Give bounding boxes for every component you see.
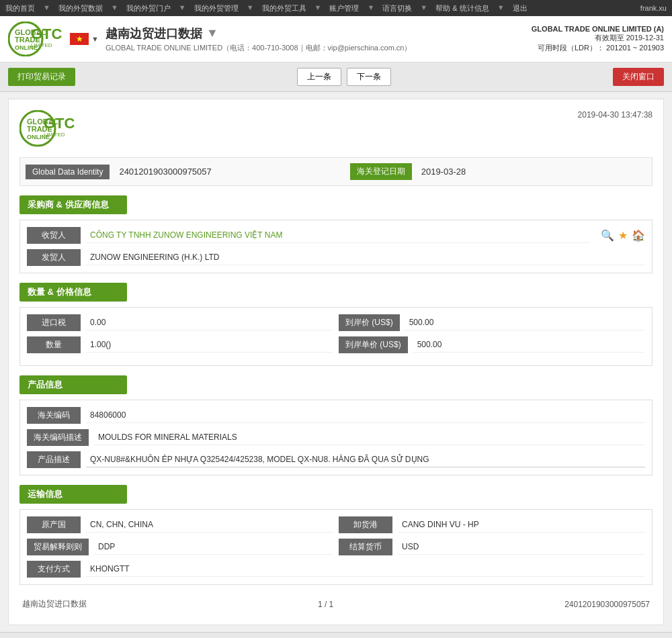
dest-port-value: CANG DINH VU - HP — [398, 517, 645, 533]
transport-section: 运输信息 原产国 CN, CHN, CHINA 卸货港 CANG DINH VU… — [19, 485, 653, 585]
product-section: 产品信息 海关编码 84806000 海关编码描述 MOULDS FOR MIN… — [19, 375, 653, 475]
next-button[interactable]: 下一条 — [347, 68, 391, 86]
prev-button[interactable]: 上一条 — [297, 68, 341, 86]
header-right: GLOBAL TRADE ONLINE LIMITED (A) 有效期至 201… — [532, 25, 664, 53]
star-icon[interactable]: ★ — [618, 229, 628, 242]
nav-portal[interactable]: 我的外贸门户 — [126, 3, 171, 13]
buyer-icons: 🔍 ★ 🏠 — [601, 229, 645, 242]
global-id-row: Global Data Identity 2401201903000975057… — [19, 157, 653, 186]
flag-selector[interactable]: ▼ — [70, 33, 99, 45]
unit-price-col: 到岸单价 (US$) 500.00 — [339, 336, 645, 353]
buyer-row: 收贸人 CÔNG TY TNHH ZUNOW ENGINEERING VIỆT … — [27, 227, 645, 244]
toolbar-left: 打印贸易记录 — [8, 68, 75, 86]
terms-currency-row: 贸易解释则则 DDP 结算货币 USD — [27, 539, 645, 555]
hs-desc-label: 海关编码描述 — [27, 429, 89, 446]
hs-code-value: 84806000 — [86, 408, 645, 423]
record-source: 越南边贸进口数据 — [22, 598, 87, 610]
origin-label: 原产国 — [27, 516, 81, 533]
unit-price-value: 500.00 — [413, 337, 645, 353]
product-desc-value: QX-NU8#&KHUÔN ÉP NHỰA Q325424/425238, MO… — [86, 452, 645, 467]
buyer-supplier-header: 采购商 & 供应商信息 — [19, 195, 127, 214]
svg-text:LIMITED: LIMITED — [44, 132, 65, 138]
vietnam-flag — [70, 33, 89, 45]
page-title: 越南边贸进口数据 ▼ — [106, 26, 412, 42]
global-id-label: Global Data Identity — [26, 165, 110, 179]
seller-row: 发贸人 ZUNOW ENGINEERING (H.K.) LTD — [27, 249, 645, 266]
toolbar-right: 关闭窗口 — [613, 68, 664, 86]
flag-dropdown-arrow[interactable]: ▼ — [91, 35, 99, 43]
payment-value: KHONGTT — [86, 561, 645, 577]
arrival-price-label: 到岸价 (US$) — [339, 314, 400, 331]
hs-code-row: 海关编码 84806000 — [27, 407, 645, 424]
quantity-label: 数量 — [27, 336, 81, 353]
title-dropdown-arrow[interactable]: ▼ — [206, 26, 218, 40]
dest-port-col: 卸货港 CANG DINH VU - HP — [339, 516, 645, 533]
record-logo: GLOBAL TRADE ONLINE GTC LIMITED — [19, 110, 81, 149]
page-title-area: 越南边贸进口数据 ▼ GLOBAL TRADE ONLINE LIMITED（电… — [106, 26, 412, 53]
product-header: 产品信息 — [19, 375, 127, 394]
payment-row: 支付方式 KHONGTT — [27, 561, 645, 578]
ldr-info: 可用时段（LDR）： 201201 ~ 201903 — [532, 43, 664, 53]
nav-tools[interactable]: 我的外贸工具 — [262, 3, 306, 13]
product-desc-label: 产品描述 — [27, 451, 81, 468]
unit-price-label: 到岸单价 (US$) — [339, 336, 408, 353]
seller-label: 发贸人 — [27, 249, 81, 266]
hs-desc-value: MOULDS FOR MINERAL MATERIALS — [94, 430, 645, 445]
trade-terms-label: 贸易解释则则 — [27, 539, 89, 555]
home-icon[interactable]: 🏠 — [632, 229, 645, 242]
origin-col: 原产国 CN, CHN, CHINA — [27, 516, 333, 533]
company-name: GLOBAL TRADE ONLINE LIMITED (A) — [532, 25, 664, 33]
nav-account[interactable]: 账户管理 — [329, 3, 359, 13]
quantity-value: 1.00() — [86, 337, 333, 353]
global-id-value: 2401201903000975057 — [115, 164, 344, 179]
print-button[interactable]: 打印贸易记录 — [8, 68, 75, 86]
arrival-price-col: 到岸价 (US$) 500.00 — [339, 314, 645, 331]
seller-value: ZUNOW ENGINEERING (H.K.) LTD — [86, 250, 645, 265]
arrival-price-value: 500.00 — [405, 315, 645, 330]
record-id-footer: 2401201903000975057 — [564, 600, 650, 609]
svg-text:LIMITED: LIMITED — [31, 42, 52, 48]
nav-user: frank.xu — [640, 4, 667, 12]
record-datetime: 2019-04-30 13:47:38 — [578, 110, 653, 120]
quantity-price-section: 数量 & 价格信息 进口税 0.00 到岸价 (US$) 500.00 数量 — [19, 283, 653, 366]
import-tax-label: 进口税 — [27, 314, 81, 331]
search-icon[interactable]: 🔍 — [601, 229, 614, 242]
buyer-supplier-section: 采购商 & 供应商信息 收贸人 CÔNG TY TNHH ZUNOW ENGIN… — [19, 195, 653, 273]
product-desc-row: 产品描述 QX-NU8#&KHUÔN ÉP NHỰA Q325424/42523… — [27, 451, 645, 468]
hs-desc-row: 海关编码描述 MOULDS FOR MINERAL MATERIALS — [27, 429, 645, 446]
customs-date-label: 海关登记日期 — [350, 163, 412, 180]
nav-logout[interactable]: 退出 — [513, 3, 528, 13]
record-card: GLOBAL TRADE ONLINE GTC LIMITED 2019-04-… — [8, 99, 664, 625]
nav-home[interactable]: 我的首页 — [5, 3, 35, 13]
main-content: GLOBAL TRADE ONLINE GTC LIMITED 2019-04-… — [0, 92, 672, 632]
transport-header: 运输信息 — [19, 485, 127, 504]
currency-label: 结算货币 — [339, 539, 392, 555]
bottom-toolbar: 打印贸易记录 上一条 下一条 关闭窗口 — [0, 632, 672, 638]
dest-port-label: 卸货港 — [339, 516, 392, 533]
import-tax-col: 进口税 0.00 — [27, 314, 333, 331]
hs-code-label: 海关编码 — [27, 407, 81, 424]
nav-management[interactable]: 我的外贸管理 — [194, 3, 239, 13]
trade-terms-value: DDP — [94, 539, 333, 555]
quantity-col: 数量 1.00() — [27, 336, 333, 353]
toolbar-center: 上一条 下一条 — [297, 68, 391, 86]
quantity-price-header: 数量 & 价格信息 — [19, 283, 127, 302]
buyer-value: CÔNG TY TNHH ZUNOW ENGINEERING VIỆT NAM — [86, 228, 590, 243]
trade-terms-col: 贸易解释则则 DDP — [27, 539, 333, 555]
quantity-price-body: 进口税 0.00 到岸价 (US$) 500.00 数量 1.00() 到岸单价… — [19, 307, 653, 366]
import-tax-arrival-row: 进口税 0.00 到岸价 (US$) 500.00 — [27, 314, 645, 331]
nav-items-left: 我的首页 ▼ 我的外贸数据 ▼ 我的外贸门户 ▼ 我的外贸管理 ▼ 我的外贸工具… — [5, 3, 528, 13]
quantity-unitprice-row: 数量 1.00() 到岸单价 (US$) 500.00 — [27, 336, 645, 353]
origin-value: CN, CHN, CHINA — [86, 517, 333, 533]
record-footer: 越南边贸进口数据 1 / 1 2401201903000975057 — [19, 594, 653, 614]
nav-trade-data[interactable]: 我的外贸数据 — [58, 3, 103, 13]
nav-help[interactable]: 帮助 & 统计信息 — [435, 3, 489, 13]
top-toolbar: 打印贸易记录 上一条 下一条 关闭窗口 — [0, 62, 672, 92]
close-button[interactable]: 关闭窗口 — [613, 68, 664, 86]
page-header: GLOBAL TRADE ONLINE GTC LIMITED ▼ 越南边贸进口… — [0, 16, 672, 62]
currency-value: USD — [398, 539, 645, 555]
record-header: GLOBAL TRADE ONLINE GTC LIMITED 2019-04-… — [19, 110, 653, 149]
transport-body: 原产国 CN, CHN, CHINA 卸货港 CANG DINH VU - HP… — [19, 509, 653, 585]
customs-date-value: 2019-03-28 — [417, 164, 646, 179]
nav-language[interactable]: 语言切换 — [382, 3, 412, 13]
